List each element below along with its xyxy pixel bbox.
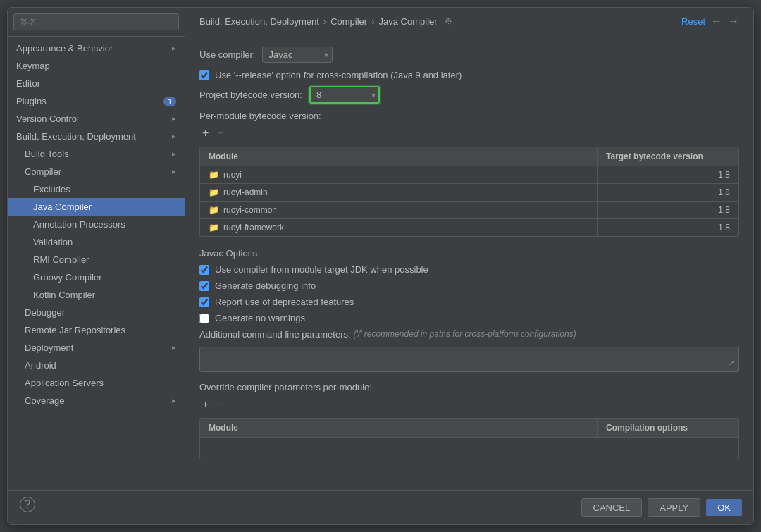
sidebar-item-kotlin-compiler[interactable]: Kotlin Compiler [8,286,185,304]
gen-no-warnings-checkbox[interactable] [199,314,209,323]
module-table-body: 📁 ruoyi 1.8 📁 ruoyi-admin 1.8 📁 ruoyi-co… [200,166,738,236]
bytecode-select[interactable]: 891011121314151617 [309,86,380,104]
sidebar-item-remote-jar[interactable]: Remote Jar Repositories [8,321,185,339]
ok-button[interactable]: OK [706,499,742,516]
sidebar-item-java-compiler[interactable]: Java Compiler [8,198,185,216]
sidebar-item-compiler[interactable]: Compiler▸ [8,163,185,180]
module-name: ruoyi-admin [223,187,268,197]
sidebar-item-label-validation: Validation [33,237,73,247]
module-version-cell: 1.8 [598,166,738,183]
override-table-body [200,438,738,459]
javac-option-report-deprecated: Report use of deprecated features [199,297,739,307]
add-override-button[interactable]: + [199,397,211,412]
sidebar-item-label-annotation-processors: Annotation Processors [33,219,125,230]
sidebar-item-label-build-exec-deploy: Build, Execution, Deployment [16,131,136,142]
table-row[interactable]: 📁 ruoyi-framework 1.8 [200,219,738,236]
main-content: Build, Execution, Deployment›Compiler›Ja… [185,8,753,490]
version-col-header: Target bytecode version [598,147,738,166]
expand-icon: ↗ [728,358,735,368]
sidebar-item-coverage[interactable]: Coverage▸ [8,392,185,409]
use-compiler-row: Use compiler: JavacEclipseAjc [199,47,739,63]
override-label: Override compiler parameters per-module: [199,382,739,392]
sidebar-arrow-deployment: ▸ [172,343,176,352]
module-name: ruoyi-common [223,205,277,215]
sidebar-item-label-app-servers: Application Servers [25,378,104,388]
apply-button[interactable]: APPLY [648,498,700,517]
sidebar-arrow-compiler: ▸ [172,167,176,176]
compiler-select[interactable]: JavacEclipseAjc [262,47,333,63]
additional-params-input[interactable] [199,347,739,372]
table-row[interactable]: 📁 ruoyi 1.8 [200,166,738,184]
sidebar-item-label-appearance: Appearance & Behavior [16,43,113,54]
sidebar-item-build-exec-deploy[interactable]: Build, Execution, Deployment▸ [8,128,185,145]
gen-no-warnings-label: Generate no warnings [215,313,305,323]
sidebar-item-app-servers[interactable]: Application Servers [8,374,185,392]
breadcrumb-item-2: Java Compiler [379,16,438,27]
module-version-cell: 1.8 [598,202,738,218]
module-name: ruoyi [223,170,242,180]
sidebar-item-deployment[interactable]: Deployment▸ [8,339,185,357]
override-options-col: Compilation options [598,419,738,437]
sidebar-item-label-groovy-compiler: Groovy Compiler [33,272,102,283]
project-bytecode-label: Project bytecode version: [199,89,302,100]
per-module-toolbar: + − [199,125,739,141]
sidebar-item-label-android: Android [25,360,56,371]
sidebar-item-excludes[interactable]: Excludes [8,180,185,198]
use-module-target-checkbox[interactable] [199,265,209,275]
sidebar-item-build-tools[interactable]: Build Tools▸ [8,145,185,163]
sidebar-item-plugins[interactable]: Plugins1 [8,92,185,110]
sidebar-item-validation[interactable]: Validation [8,233,185,251]
module-name-cell: 📁 ruoyi-framework [200,219,598,236]
override-table: Module Compilation options [199,418,739,459]
javac-options-container: Use compiler from module target JDK when… [199,264,739,323]
breadcrumb-settings-icon[interactable]: ⚙ [445,16,452,26]
sidebar-item-version-control[interactable]: Version Control▸ [8,110,185,128]
reset-button[interactable]: Reset [681,16,705,27]
sidebar-item-groovy-compiler[interactable]: Groovy Compiler [8,268,185,286]
sidebar-item-label-excludes: Excludes [33,184,70,194]
sidebar-arrow-version-control: ▸ [172,114,176,123]
cancel-button[interactable]: CANCEL [581,498,643,517]
cross-compile-row: Use '--release' option for cross-compila… [199,70,739,80]
module-table: Module Target bytecode version 📁 ruoyi 1… [199,147,739,237]
sidebar-item-android[interactable]: Android [8,357,185,374]
sidebar-arrow-appearance: ▸ [172,44,176,53]
module-icon: 📁 [209,223,219,233]
cross-compile-checkbox[interactable] [199,70,209,80]
sidebar-item-annotation-processors[interactable]: Annotation Processors [8,216,185,233]
breadcrumb-item-0: Build, Execution, Deployment [199,16,319,27]
module-name-cell: 📁 ruoyi-admin [200,184,598,201]
sidebar-nav: Appearance & Behavior▸KeymapEditorPlugin… [8,37,185,490]
report-deprecated-label: Report use of deprecated features [215,297,354,307]
per-module-label: Per-module bytecode version: [199,111,739,121]
sidebar-item-keymap[interactable]: Keymap [8,57,185,75]
table-row[interactable]: 📁 ruoyi-admin 1.8 [200,184,738,202]
additional-params-row: Additional command line parameters: ('/'… [199,329,739,340]
back-button[interactable]: ← [711,15,722,27]
javac-option-use-module-target: Use compiler from module target JDK when… [199,264,739,275]
sidebar-item-label-build-tools: Build Tools [25,149,69,159]
remove-module-button[interactable]: − [214,125,226,141]
sidebar-item-label-rmi-compiler: RMI Compiler [33,254,89,265]
sidebar-item-appearance[interactable]: Appearance & Behavior▸ [8,39,185,57]
gen-debug-info-checkbox[interactable] [199,281,209,291]
search-box [8,8,185,37]
search-input[interactable] [13,13,179,30]
sidebar-arrow-build-exec-deploy: ▸ [172,132,176,141]
report-deprecated-checkbox[interactable] [199,297,209,307]
add-module-button[interactable]: + [199,125,211,141]
sidebar-item-debugger[interactable]: Debugger [8,304,185,321]
sidebar-item-label-version-control: Version Control [16,113,79,124]
javac-option-gen-no-warnings: Generate no warnings [199,313,739,323]
table-row[interactable]: 📁 ruoyi-common 1.8 [200,202,738,219]
module-name-cell: 📁 ruoyi-common [200,202,598,218]
forward-button[interactable]: → [728,15,739,27]
additional-params-label: Additional command line parameters: [199,329,351,340]
sidebar-item-rmi-compiler[interactable]: RMI Compiler [8,251,185,268]
sidebar-item-editor[interactable]: Editor [8,75,185,92]
sidebar-item-label-java-compiler: Java Compiler [33,202,92,212]
sidebar-arrow-coverage: ▸ [172,396,176,405]
sidebar-item-label-deployment: Deployment [25,342,73,353]
remove-override-button[interactable]: − [214,397,226,412]
help-icon[interactable]: ? [20,497,35,512]
